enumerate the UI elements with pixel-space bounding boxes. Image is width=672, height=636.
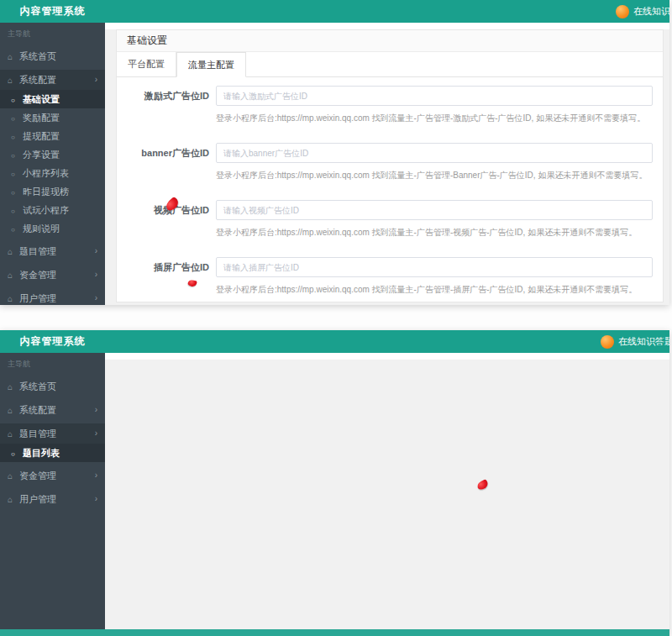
top-header-bar: 内容管理系统 在线知识答题有奖 xyxy=(0,0,669,23)
sidebar-item-system-config[interactable]: ⌂系统配置 › xyxy=(0,70,105,90)
sidebar-item-user-mgmt[interactable]: ⌂用户管理 › xyxy=(0,489,105,509)
question-list-screen: 内容管理系统 在线知识答题有奖 主导航 ⌂系统首页 ⌂系统配置 › ⌂题目管理 … xyxy=(0,330,669,636)
system-title: 内容管理系统 xyxy=(0,330,105,353)
user-account[interactable]: 在线知识答题有奖 xyxy=(616,0,669,23)
sidebar-item-question-mgmt[interactable]: ⌂题目管理 › xyxy=(0,241,105,261)
settings-screen: 内容管理系统 在线知识答题有奖 主导航 ⌂系统首页 ⌂系统配置 › ○基础设置 … xyxy=(0,0,669,305)
video-ad-id-input[interactable] xyxy=(216,200,653,220)
sidebar-item-withdraw-config[interactable]: ○提现配置 xyxy=(0,127,105,145)
tab-bar: 平台配置 流量主配置 xyxy=(117,52,663,77)
circle-icon: ○ xyxy=(11,202,23,221)
sidebar-item-miniapp-list[interactable]: ○小程序列表 xyxy=(0,164,105,182)
sidebar-item-label: 用户管理 xyxy=(19,293,56,303)
user-account[interactable]: 在线知识答题有奖 xyxy=(601,330,669,353)
sidebar-item-funds-mgmt[interactable]: ⌂资金管理 › xyxy=(0,465,105,486)
field-hint: 登录小程序后台:https://mp.weixin.qq.com 找到流量主-广… xyxy=(216,170,663,181)
sidebar-item-share-settings[interactable]: ○分享设置 xyxy=(0,145,105,164)
banner-ad-id-input[interactable] xyxy=(216,143,653,163)
sidebar-item-label: 基础设置 xyxy=(23,94,60,104)
sidebar-item-basic-settings[interactable]: ○基础设置 xyxy=(0,90,105,108)
sidebar-item-label: 奖励配置 xyxy=(23,113,60,123)
rose-petal-decoration xyxy=(476,479,490,491)
sidebar-item-user-mgmt[interactable]: ⌂用户管理 › xyxy=(0,288,105,305)
settings-icon: ⌂ xyxy=(8,401,19,421)
folder-icon: ⌂ xyxy=(8,265,19,286)
field-hint: 登录小程序后台:https://mp.weixin.qq.com 找到流量主-广… xyxy=(216,284,663,296)
sidebar-item-label: 提现配置 xyxy=(23,131,60,141)
sidebar-item-reward-config[interactable]: ○奖励配置 xyxy=(0,108,105,127)
circle-icon: ○ xyxy=(11,129,23,147)
form-row-video-ad: 视频广告位ID 登录小程序后台:https://mp.weixin.qq.com… xyxy=(117,200,663,239)
field-hint: 登录小程序后台:https://mp.weixin.qq.com 找到流量主-广… xyxy=(216,227,663,239)
sidebar-item-home[interactable]: ⌂系统首页 xyxy=(0,376,105,397)
bottom-teal-strip xyxy=(0,629,669,636)
sidebar-item-label: 用户管理 xyxy=(19,494,56,504)
sidebar-navigation: 主导航 ⌂系统首页 ⌂系统配置 › ○基础设置 ○奖励配置 ○提现配置 ○分享设… xyxy=(0,23,105,305)
sidebar-item-question-list[interactable]: ○题目列表 xyxy=(0,444,105,462)
circle-icon: ○ xyxy=(11,110,23,129)
chevron-right-icon: › xyxy=(95,288,97,305)
sidebar-item-home[interactable]: ⌂系统首页 xyxy=(0,46,105,66)
chevron-right-icon: › xyxy=(95,241,97,261)
sidebar-item-label: 试玩小程序 xyxy=(23,205,69,215)
sidebar-item-question-mgmt[interactable]: ⌂题目管理 › xyxy=(0,423,105,444)
sidebar-item-label: 题目管理 xyxy=(19,428,56,439)
sidebar-item-rules[interactable]: ○规则说明 xyxy=(0,219,105,238)
field-label: 插屏广告位ID xyxy=(117,257,209,296)
sidebar-item-yesterday-withdraw-rank[interactable]: ○昨日提现榜 xyxy=(0,182,105,201)
chevron-right-icon: › xyxy=(95,70,97,90)
user-avatar[interactable] xyxy=(616,5,629,18)
chevron-right-icon: › xyxy=(95,423,97,444)
folder-icon: ⌂ xyxy=(8,490,19,510)
top-header-bar: 内容管理系统 在线知识答题有奖 xyxy=(0,330,669,353)
header-divider xyxy=(105,353,669,360)
sidebar-item-label: 系统首页 xyxy=(19,381,56,392)
sidebar-item-label: 昨日提现榜 xyxy=(23,187,69,197)
sidebar-item-label: 系统配置 xyxy=(19,405,56,415)
tab-traffic-config[interactable]: 流量主配置 xyxy=(176,52,246,77)
system-title: 内容管理系统 xyxy=(0,0,105,23)
user-name-label: 在线知识答题有奖 xyxy=(618,335,669,348)
sidebar-item-label: 题目管理 xyxy=(19,246,56,256)
sidebar-item-label: 资金管理 xyxy=(19,470,56,481)
sidebar-item-funds-mgmt[interactable]: ⌂资金管理 › xyxy=(0,265,105,285)
circle-icon: ○ xyxy=(11,166,23,184)
settings-card: 基础设置 平台配置 流量主配置 激励式广告位ID 登录小程序后台:https:/… xyxy=(116,29,664,302)
sidebar-item-label: 系统配置 xyxy=(19,75,56,85)
folder-icon: ⌂ xyxy=(8,424,19,444)
form-row-banner-ad: banner广告位ID 登录小程序后台:https://mp.weixin.qq… xyxy=(117,143,663,181)
circle-icon: ○ xyxy=(11,221,23,239)
folder-icon: ⌂ xyxy=(8,466,19,486)
tab-platform-config[interactable]: 平台配置 xyxy=(117,52,176,76)
circle-icon: ○ xyxy=(11,184,23,202)
chevron-right-icon: › xyxy=(95,400,97,420)
chevron-right-icon: › xyxy=(95,489,97,509)
nav-section-label: 主导航 xyxy=(0,353,105,373)
panel-title: 基础设置 xyxy=(117,30,663,52)
circle-icon: ○ xyxy=(11,92,23,110)
circle-icon: ○ xyxy=(11,147,23,166)
folder-icon: ⌂ xyxy=(8,242,19,262)
sidebar-item-label: 分享设置 xyxy=(23,150,60,160)
sidebar-item-system-config[interactable]: ⌂系统配置 › xyxy=(0,400,105,420)
incentive-ad-id-input[interactable] xyxy=(216,86,653,106)
field-label: 激励式广告位ID xyxy=(117,86,209,124)
field-label: banner广告位ID xyxy=(117,143,209,181)
folder-icon: ⌂ xyxy=(8,289,19,305)
chevron-right-icon: › xyxy=(95,265,97,285)
circle-icon: ○ xyxy=(11,445,23,464)
sidebar-item-label: 系统首页 xyxy=(19,51,56,61)
user-avatar[interactable] xyxy=(601,335,614,349)
sidebar-item-label: 小程序列表 xyxy=(23,168,69,178)
chevron-right-icon: › xyxy=(95,465,97,486)
sidebar-navigation: 主导航 ⌂系统首页 ⌂系统配置 › ⌂题目管理 › ○题目列表 ⌂资金管理 › … xyxy=(0,353,105,636)
ad-config-form: 激励式广告位ID 登录小程序后台:https://mp.weixin.qq.co… xyxy=(117,77,663,302)
sidebar-item-label: 资金管理 xyxy=(19,270,56,280)
nav-section-label: 主导航 xyxy=(0,23,105,43)
header-divider xyxy=(105,23,669,29)
form-row-interstitial-ad: 插屏广告位ID 登录小程序后台:https://mp.weixin.qq.com… xyxy=(117,257,663,296)
sidebar-item-label: 规则说明 xyxy=(23,223,60,234)
interstitial-ad-id-input[interactable] xyxy=(216,257,653,277)
sidebar-item-trial-miniapp[interactable]: ○试玩小程序 xyxy=(0,201,105,219)
field-label: 视频广告位ID xyxy=(117,200,209,239)
